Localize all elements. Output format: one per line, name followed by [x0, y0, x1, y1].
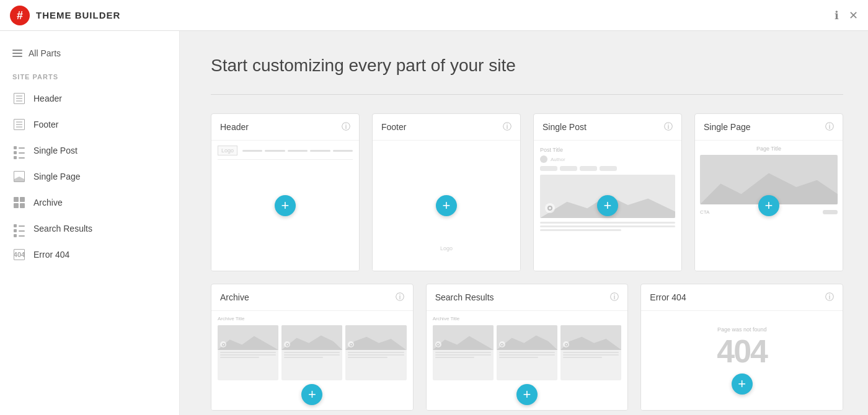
search-results-card-title: Search Results: [435, 292, 494, 302]
footer-page-icon: [12, 118, 26, 131]
topbar-right: ℹ ✕: [835, 9, 858, 22]
single-page-card[interactable]: Single Page ⓘ Page Title CTA +: [694, 113, 843, 271]
sidebar: All Parts SITE PARTS Header Footer: [0, 31, 180, 415]
all-parts-label: All Parts: [29, 48, 61, 58]
search-results-card-info-icon[interactable]: ⓘ: [610, 292, 619, 303]
footer-card-preview: Logo: [373, 141, 520, 271]
cta-label: CTA: [700, 209, 709, 215]
search-preview-title: Archive Title: [433, 316, 622, 321]
search-results-icon: [12, 222, 26, 235]
sidebar-single-page-label: Single Page: [33, 172, 81, 181]
post-preview-title: Post Title: [540, 147, 675, 153]
header-page-icon: [12, 92, 26, 105]
sidebar-all-parts[interactable]: All Parts: [0, 43, 179, 68]
sidebar-archive-label: Archive: [33, 198, 63, 208]
single-post-card-info-icon[interactable]: ⓘ: [664, 121, 673, 133]
footer-card-add-button[interactable]: +: [436, 195, 457, 216]
site-parts-label: SITE PARTS: [0, 68, 179, 85]
header-card-preview: Logo +: [211, 141, 359, 271]
divider: [211, 94, 843, 95]
archive-card-title: Archive: [220, 292, 249, 302]
search-results-card-header: Search Results ⓘ: [427, 284, 628, 311]
search-results-card-preview: Archive Title: [427, 311, 628, 410]
elementor-logo: #: [10, 6, 30, 25]
search-results-card-add-button[interactable]: +: [516, 384, 538, 405]
archive-card-info-icon[interactable]: ⓘ: [396, 292, 404, 303]
single-post-card-header: Single Post ⓘ: [534, 114, 681, 141]
single-page-card-header: Single Page ⓘ: [695, 114, 843, 141]
topbar-left: # THEME BUILDER: [10, 6, 120, 25]
page-title: Start customizing every part of your sit…: [211, 56, 843, 76]
single-post-card[interactable]: Single Post ⓘ Post Title Author: [533, 113, 682, 271]
page-preview-title: Page Title: [700, 146, 838, 152]
preview-logo: Logo: [218, 146, 237, 155]
header-card-title: Header: [220, 122, 249, 132]
sidebar-single-post-label: Single Post: [33, 146, 78, 155]
header-card[interactable]: Header ⓘ Logo: [211, 113, 360, 271]
close-icon[interactable]: ✕: [849, 9, 858, 22]
cards-row2: Archive ⓘ Archive Title: [211, 284, 843, 411]
archive-card-header: Archive ⓘ: [211, 284, 413, 311]
sidebar-footer-label: Footer: [33, 120, 58, 129]
sidebar-item-error-404[interactable]: 404 Error 404: [0, 242, 179, 268]
error-404-icon: 404: [12, 248, 26, 261]
single-post-card-preview: Post Title Author: [534, 141, 681, 271]
topbar: # THEME BUILDER ℹ ✕: [0, 0, 868, 31]
footer-card-title: Footer: [381, 122, 406, 132]
sidebar-item-search-results[interactable]: Search Results: [0, 216, 179, 242]
content-area: Start customizing every part of your sit…: [180, 31, 868, 415]
footer-preview-logo: Logo: [440, 245, 453, 251]
single-post-card-add-button[interactable]: +: [597, 195, 618, 216]
hamburger-icon: [12, 50, 22, 57]
header-card-header: Header ⓘ: [211, 114, 359, 141]
post-preview-author: Author: [551, 157, 565, 162]
search-results-card[interactable]: Search Results ⓘ Archive Title: [426, 284, 629, 411]
error-preview-number: 404: [717, 335, 767, 367]
header-card-add-button[interactable]: +: [275, 195, 296, 216]
error-404-card-title: Error 404: [650, 292, 686, 302]
error-preview-text: Page was not found: [717, 326, 767, 333]
cards-row1: Header ⓘ Logo: [211, 113, 843, 271]
sidebar-item-single-page[interactable]: Single Page: [0, 164, 179, 190]
sidebar-header-label: Header: [33, 94, 62, 103]
error-404-card[interactable]: Error 404 ⓘ Page was not found 404 +: [640, 284, 843, 411]
archive-card-preview: Archive Title: [211, 311, 413, 410]
app-title: THEME BUILDER: [36, 10, 120, 20]
error-404-card-preview: Page was not found 404 +: [641, 311, 843, 410]
footer-card-header: Footer ⓘ: [373, 114, 520, 141]
error-404-card-header: Error 404 ⓘ: [641, 284, 843, 311]
archive-card-add-button[interactable]: +: [301, 384, 322, 405]
footer-card-info-icon[interactable]: ⓘ: [503, 121, 512, 133]
sidebar-item-single-post[interactable]: Single Post: [0, 138, 179, 164]
archive-preview-title: Archive Title: [218, 316, 407, 321]
header-card-info-icon[interactable]: ⓘ: [342, 121, 350, 133]
single-page-card-preview: Page Title CTA +: [695, 141, 843, 271]
sidebar-error-label: Error 404: [33, 250, 69, 260]
sidebar-item-archive[interactable]: Archive: [0, 190, 179, 216]
archive-card[interactable]: Archive ⓘ Archive Title: [211, 284, 414, 411]
error-404-card-add-button[interactable]: +: [732, 374, 753, 395]
footer-card[interactable]: Footer ⓘ Logo: [372, 113, 521, 271]
sidebar-item-footer[interactable]: Footer: [0, 111, 179, 138]
single-page-card-title: Single Page: [704, 122, 751, 132]
single-page-icon: [12, 170, 26, 183]
main-layout: All Parts SITE PARTS Header Footer: [0, 31, 868, 415]
archive-icon: [12, 196, 26, 209]
sidebar-item-header[interactable]: Header: [0, 85, 179, 111]
single-post-card-title: Single Post: [542, 122, 587, 132]
single-page-card-add-button[interactable]: +: [758, 195, 779, 216]
info-icon[interactable]: ℹ: [835, 9, 839, 22]
sidebar-search-results-label: Search Results: [33, 224, 92, 234]
single-page-card-info-icon[interactable]: ⓘ: [825, 121, 834, 133]
single-post-icon: [12, 144, 26, 157]
error-404-card-info-icon[interactable]: ⓘ: [825, 292, 834, 303]
